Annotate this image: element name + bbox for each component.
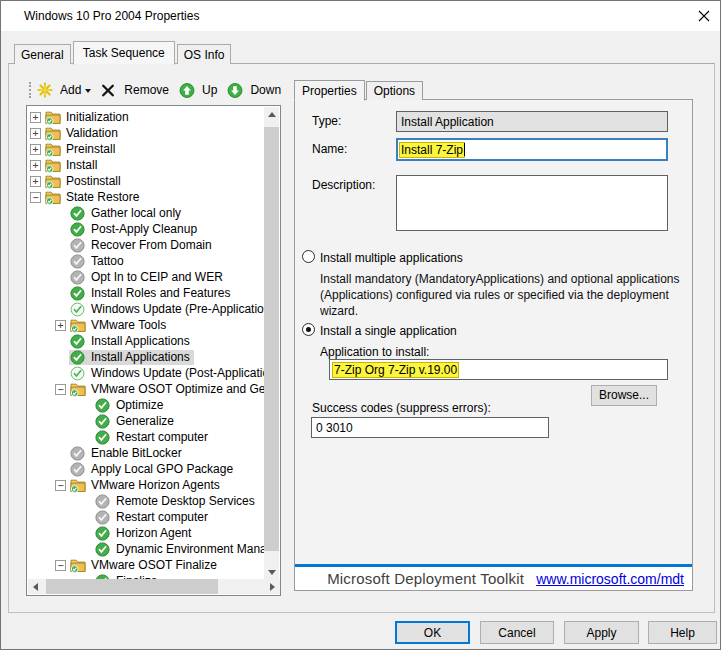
tree-item[interactable]: Install Applications bbox=[28, 333, 265, 349]
add-label: Add bbox=[60, 83, 81, 97]
task-sequence-toolbar: Add Remove Up Down bbox=[26, 77, 281, 103]
tree-item-label: Gather local only bbox=[89, 206, 183, 220]
folder-check-icon bbox=[45, 126, 61, 141]
install-single-radio[interactable] bbox=[302, 323, 315, 336]
collapse-icon[interactable]: − bbox=[55, 384, 66, 395]
tree-item[interactable]: Remote Desktop Services bbox=[28, 493, 265, 509]
cancel-button[interactable]: Cancel bbox=[480, 621, 554, 644]
close-icon[interactable] bbox=[695, 7, 713, 25]
collapse-icon[interactable]: − bbox=[30, 192, 41, 203]
tree-item[interactable]: Optimize bbox=[28, 397, 265, 413]
scroll-left-icon[interactable] bbox=[28, 579, 43, 594]
up-button[interactable]: Up bbox=[179, 83, 217, 98]
expand-icon[interactable]: + bbox=[30, 128, 41, 139]
tree-item[interactable]: Generalize bbox=[28, 413, 265, 429]
down-button[interactable]: Down bbox=[227, 83, 281, 98]
step-enabled-icon bbox=[70, 286, 86, 301]
remove-label: Remove bbox=[124, 83, 169, 97]
apply-button[interactable]: Apply bbox=[564, 621, 639, 644]
tree-vertical-scrollbar[interactable] bbox=[264, 107, 279, 580]
tree-item[interactable]: Horizon Agent bbox=[28, 525, 265, 541]
tree-item-label: Recover From Domain bbox=[89, 238, 214, 252]
description-input[interactable] bbox=[396, 175, 668, 231]
tree-item[interactable]: +Validation bbox=[28, 125, 265, 141]
remove-button[interactable]: Remove bbox=[101, 83, 169, 98]
tree-item[interactable]: Install Roles and Features bbox=[28, 285, 265, 301]
tree-item[interactable]: −VMware Horizon Agents bbox=[28, 477, 265, 493]
help-button[interactable]: Help bbox=[648, 621, 717, 644]
tree-item[interactable]: Opt In to CEIP and WER bbox=[28, 269, 265, 285]
tree-item[interactable]: +Initialization bbox=[28, 109, 265, 125]
tree-item[interactable]: Windows Update (Post-Application Ins bbox=[28, 365, 265, 381]
browse-button[interactable]: Browse... bbox=[591, 385, 657, 406]
tab-properties[interactable]: Properties bbox=[294, 80, 365, 101]
expand-icon[interactable]: + bbox=[55, 320, 66, 331]
tree-horizontal-scrollbar[interactable] bbox=[28, 579, 280, 594]
tab-general[interactable]: General bbox=[14, 44, 71, 64]
tree-item-label: Restart computer bbox=[114, 430, 210, 444]
scroll-right-icon[interactable] bbox=[265, 579, 280, 594]
tree-item[interactable]: −VMware OSOT Optimize and Generali bbox=[28, 381, 265, 397]
application-input[interactable]: 7-Zip Org 7-Zip v.19.00 bbox=[329, 359, 668, 380]
horizontal-scroll-thumb[interactable] bbox=[46, 579, 218, 594]
tree-item-label: VMware Horizon Agents bbox=[89, 478, 222, 492]
tree-item[interactable]: Gather local only bbox=[28, 205, 265, 221]
expand-icon[interactable]: + bbox=[30, 160, 41, 171]
tab-options[interactable]: Options bbox=[366, 81, 423, 100]
ok-button[interactable]: OK bbox=[395, 621, 470, 644]
folder-check-icon bbox=[70, 478, 86, 493]
scroll-down-icon[interactable] bbox=[264, 565, 279, 580]
expand-icon[interactable]: + bbox=[30, 144, 41, 155]
success-codes-value: 0 3010 bbox=[316, 421, 353, 435]
expand-icon[interactable]: + bbox=[30, 112, 41, 123]
tree-item[interactable]: −VMware OSOT Finalize bbox=[28, 557, 265, 573]
tab-task-sequence[interactable]: Task Sequence bbox=[73, 41, 175, 65]
expand-icon[interactable]: + bbox=[30, 176, 41, 187]
tree-item[interactable]: Apply Local GPO Package bbox=[28, 461, 265, 477]
tree-item[interactable]: +Preinstall bbox=[28, 141, 265, 157]
tree-item-label: Remote Desktop Services bbox=[114, 494, 257, 508]
tree-item-label: Horizon Agent bbox=[114, 526, 193, 540]
footer-link[interactable]: www.microsoft.com/mdt bbox=[536, 571, 684, 587]
step-enabled-icon bbox=[95, 398, 111, 413]
name-input[interactable]: Install 7-Zip bbox=[396, 138, 668, 161]
tree-item[interactable]: −State Restore bbox=[28, 189, 265, 205]
tree-item[interactable]: Tattoo bbox=[28, 253, 265, 269]
step-disabled-icon bbox=[95, 494, 111, 509]
tab-os-info[interactable]: OS Info bbox=[177, 44, 232, 64]
step-enabled-icon bbox=[95, 542, 111, 557]
tree-item[interactable]: Enable BitLocker bbox=[28, 445, 265, 461]
tree-item-label: VMware Tools bbox=[89, 318, 168, 332]
tree-item[interactable]: Restart computer bbox=[28, 509, 265, 525]
install-multiple-radio[interactable] bbox=[302, 250, 315, 263]
tree-item[interactable]: Restart computer bbox=[28, 429, 265, 445]
tree-item[interactable]: Post-Apply Cleanup bbox=[28, 221, 265, 237]
panel-tab-strip: PropertiesOptions bbox=[294, 78, 424, 100]
text-cursor bbox=[464, 143, 465, 156]
tree-item[interactable]: +VMware Tools bbox=[28, 317, 265, 333]
folder-check-icon bbox=[45, 142, 61, 157]
tree-item-label: Validation bbox=[64, 126, 120, 140]
tree-item[interactable]: +Postinstall bbox=[28, 173, 265, 189]
tree-item[interactable]: Dynamic Environment Manager bbox=[28, 541, 265, 557]
tree-item[interactable]: +Install bbox=[28, 157, 265, 173]
success-codes-input[interactable]: 0 3010 bbox=[311, 417, 549, 438]
collapse-icon[interactable]: − bbox=[55, 480, 66, 491]
tree-item-label: Install Applications bbox=[89, 334, 192, 348]
folder-check-icon bbox=[45, 158, 61, 173]
vertical-scroll-thumb[interactable] bbox=[264, 127, 279, 551]
add-button[interactable]: Add bbox=[37, 83, 91, 98]
step-enabled-icon bbox=[70, 350, 86, 365]
install-single-label: Install a single application bbox=[320, 324, 457, 338]
tree-item-label: Install Applications bbox=[89, 350, 192, 364]
tree-item[interactable]: Install Applications bbox=[28, 349, 265, 365]
step-disabled-icon bbox=[70, 462, 86, 477]
application-to-install-label: Application to install: bbox=[320, 345, 429, 359]
tree-item-label: Install bbox=[64, 158, 99, 172]
tree-item[interactable]: Recover From Domain bbox=[28, 237, 265, 253]
tree-item-label: Restart computer bbox=[114, 510, 210, 524]
collapse-icon[interactable]: − bbox=[55, 560, 66, 571]
scroll-up-icon[interactable] bbox=[264, 107, 279, 122]
tree-item[interactable]: Windows Update (Pre-Application Inst bbox=[28, 301, 265, 317]
step-enabled-icon bbox=[70, 222, 86, 237]
